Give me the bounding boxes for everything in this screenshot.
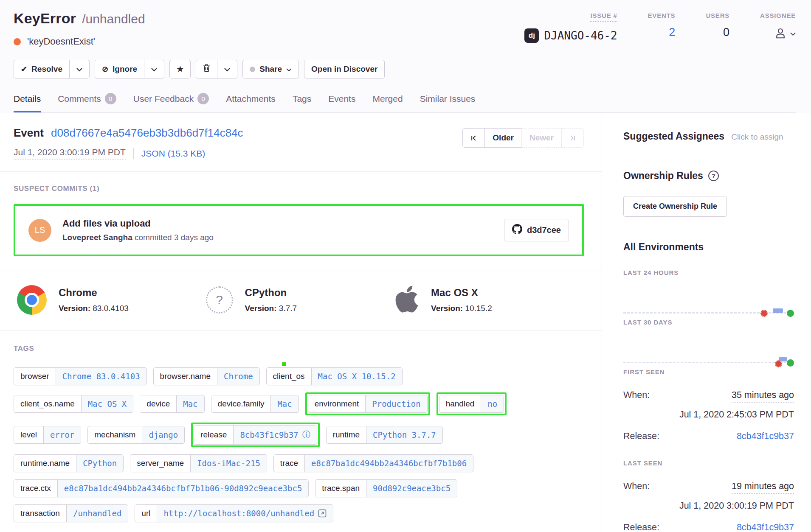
user-icon [774, 27, 787, 41]
share-button[interactable]: Share [242, 60, 299, 78]
first-seen-when-label: When: [623, 390, 650, 400]
ownership-rules-title: Ownership Rules [623, 170, 703, 182]
last-24h-sparkline [623, 276, 794, 319]
context-os: Mac OS X Version: 10.15.2 [394, 284, 583, 316]
oldest-event-button[interactable] [462, 128, 485, 148]
issue-stats: ISSUE # dj DJANGO-46-2 EVENTS 2 USERS 0 … [524, 10, 796, 43]
commit-message: Add files via upload [62, 218, 504, 229]
trash-icon [203, 64, 210, 74]
tag-browser: browserChrome 83.0.4103 [14, 367, 147, 385]
info-icon[interactable]: ⓘ [302, 429, 310, 440]
event-contexts: Chrome Version: 83.0.4103 ? CPython Vers… [0, 271, 602, 331]
external-link-icon[interactable] [318, 509, 327, 518]
suggested-assignees-hint: Click to assign [731, 132, 783, 142]
first-seen-marker [760, 310, 768, 317]
unknown-runtime-icon: ? [206, 286, 233, 314]
ignore-button[interactable]: ⊘ Ignore [95, 60, 144, 78]
last-seen-relative[interactable]: 19 minutes ago [732, 481, 794, 494]
event-id-link[interactable]: d08d7667e4a5476eb3b3db6d7f14c84c [51, 126, 243, 139]
tag-mechanism: mechanismdjango [87, 426, 185, 444]
ignore-icon: ⊘ [102, 65, 108, 73]
event-pagination: Older Newer [462, 128, 584, 148]
share-dot-icon [250, 67, 255, 72]
last-seen-release-link[interactable]: 8cb43f1c9b37 [737, 522, 794, 532]
main-column: Event d08d7667e4a5476eb3b3db6d7f14c84c J… [0, 113, 602, 532]
star-icon: ★ [177, 65, 183, 73]
tag-handled: handledno [439, 395, 504, 413]
context-browser: Chrome Version: 83.0.4103 [17, 284, 206, 316]
highlight-box: release8cb43f1c9b37ⓘ [191, 423, 320, 447]
users-count: 0 [723, 26, 729, 39]
assignee-dropdown[interactable] [774, 26, 796, 41]
action-bar: ✔ Resolve ⊘ Ignore ★ [14, 60, 796, 78]
assignee-label: ASSIGNEE [760, 12, 796, 19]
tab-comments[interactable]: Comments0 [58, 93, 116, 112]
tab-events[interactable]: Events [328, 93, 355, 112]
tab-similar-issues[interactable]: Similar Issues [420, 93, 476, 112]
first-seen-label: FIRST SEEN [623, 368, 794, 375]
tag-runtime: runtimeCPython 3.7.7 [326, 426, 443, 444]
help-icon[interactable]: ? [708, 171, 719, 181]
events-count[interactable]: 2 [669, 26, 675, 39]
event-timestamp[interactable]: Jul 1, 2020 3:00:19 PM PDT [14, 147, 126, 160]
last-seen-marker [787, 310, 794, 317]
ignore-dropdown-button[interactable] [144, 60, 164, 78]
events-label: EVENTS [648, 12, 676, 19]
divider [133, 148, 134, 159]
commit-sha-button[interactable]: d3d7cee [504, 219, 569, 241]
django-project-icon: dj [524, 28, 539, 43]
first-seen-marker [775, 360, 782, 367]
last-seen-when-label: When: [623, 481, 650, 492]
highlight-box: LS Add files via upload Lovepreet Sangha… [14, 204, 584, 256]
commit-row: LS Add files via upload Lovepreet Sangha… [17, 207, 581, 253]
star-button[interactable]: ★ [169, 60, 191, 78]
tag-url: urlhttp://localhost:8000/unhandled [135, 504, 333, 522]
tab-details[interactable]: Details [14, 93, 41, 112]
issue-tabs: Details Comments0 User Feedback0 Attachm… [14, 93, 796, 113]
check-icon: ✔ [21, 65, 27, 73]
tab-tags[interactable]: Tags [293, 93, 311, 112]
first-seen-absolute: Jul 1, 2020 2:45:03 PM PDT [623, 409, 794, 420]
suspect-commits-heading: SUSPECT COMMITS (1) [14, 185, 584, 193]
older-event-button[interactable]: Older [484, 128, 522, 148]
users-label: USERS [706, 12, 729, 19]
apple-icon [394, 284, 419, 316]
culprit-text: 'keyDoesntExist' [27, 36, 95, 47]
suspect-commits-section: SUSPECT COMMITS (1) LS Add files via upl… [0, 172, 602, 271]
stat-assignee: ASSIGNEE [760, 12, 796, 43]
delete-button[interactable] [196, 60, 217, 78]
json-download-link[interactable]: JSON (15.3 KB) [141, 148, 206, 159]
last-seen-label: LAST SEEN [623, 459, 794, 467]
delete-dropdown-button[interactable] [217, 60, 237, 78]
chevron-down-icon [151, 64, 157, 74]
feedback-count-badge: 0 [197, 93, 209, 104]
highlight-box: handledno [436, 392, 507, 415]
chevron-down-icon [224, 64, 230, 74]
open-in-discover-button[interactable]: Open in Discover [304, 60, 385, 78]
resolve-dropdown-button[interactable] [69, 60, 90, 78]
tags-section: TAGS browserChrome 83.0.4103 browser.nam… [0, 331, 602, 532]
highlight-box: environmentProduction [305, 392, 430, 415]
tab-merged[interactable]: Merged [372, 93, 403, 112]
all-environments-title: All Environments [623, 241, 794, 253]
tag-server-name: server_nameIdos-iMac-215 [130, 454, 267, 472]
create-ownership-rule-button[interactable]: Create Ownership Rule [623, 196, 727, 217]
page-title: KeyError [14, 10, 76, 27]
stat-events: EVENTS 2 [648, 12, 676, 43]
last-seen-marker [787, 359, 794, 367]
first-seen-release-link[interactable]: 8cb43f1c9b37 [737, 431, 794, 442]
issue-short-id: DJANGO-46-2 [544, 29, 617, 42]
first-seen-release-label: Release: [623, 431, 659, 442]
tab-user-feedback[interactable]: User Feedback0 [133, 93, 209, 112]
tag-environment: environmentProduction [308, 395, 428, 413]
chevron-down-icon [790, 30, 796, 38]
resolve-button[interactable]: ✔ Resolve [14, 60, 70, 78]
tag-browser-name: browser.nameChrome [153, 367, 260, 385]
issue-header: KeyError /unhandled 'keyDoesntExist' ISS… [0, 0, 811, 113]
chrome-icon [17, 285, 47, 315]
commit-meta-text: committed 3 days ago [132, 233, 214, 242]
first-seen-relative[interactable]: 35 minutes ago [732, 390, 794, 403]
last-24h-label: LAST 24 HOURS [623, 269, 794, 276]
commit-author: Lovepreet Sangha [62, 233, 132, 242]
tab-attachments[interactable]: Attachments [226, 93, 276, 112]
